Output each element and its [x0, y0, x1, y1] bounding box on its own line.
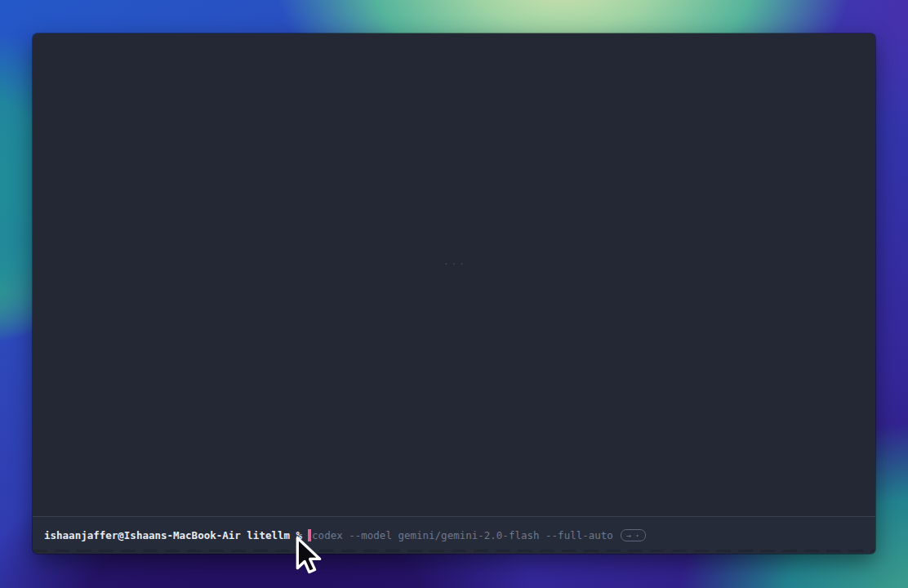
shell-prompt-text: ishaanjaffer@Ishaans-MacBook-Air litellm…: [44, 529, 302, 541]
right-arrow-icon: →: [626, 532, 631, 540]
command-suggestion-text: codex --model gemini/gemini-2.0-flash --…: [312, 529, 613, 541]
text-cursor: [308, 529, 311, 541]
accept-suggestion-hint-badge: →·: [621, 529, 646, 541]
terminal-output-area[interactable]: ···: [33, 33, 875, 516]
dot-icon: ·: [634, 531, 640, 541]
terminal-prompt-row[interactable]: ishaanjaffer@Ishaans-MacBook-Air litellm…: [33, 516, 875, 554]
terminal-window[interactable]: ··· ishaanjaffer@Ishaans-MacBook-Air lit…: [33, 33, 875, 554]
faint-ellipsis-text: ···: [443, 259, 467, 270]
